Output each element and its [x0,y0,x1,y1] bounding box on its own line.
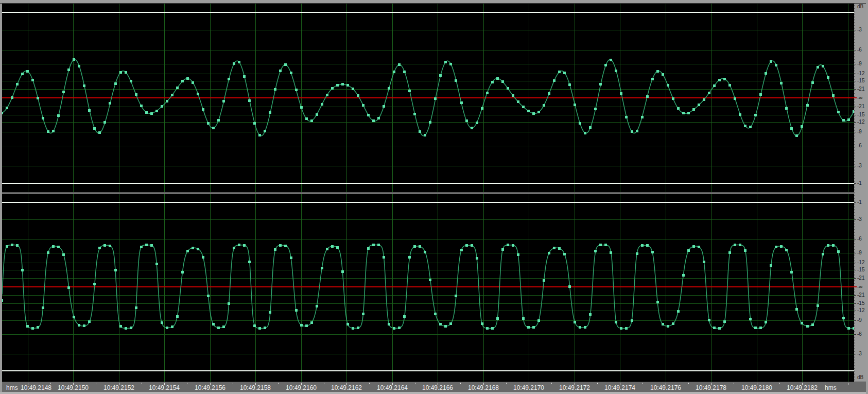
db-tick [854,146,856,146]
waveform-right-channel[interactable] [2,194,854,382]
db-tick-label: -9 [857,129,862,134]
db-tick-label: -9 [857,318,862,323]
db-tick-label: -6 [857,236,862,242]
time-label: 10:49.2162 [326,385,367,391]
level-ruler-unit-bottom: dB [857,375,863,380]
db-tick-label: -6 [857,47,862,53]
time-minor-tick [734,383,734,384]
time-label: 10:49.2166 [417,385,458,391]
time-label: 10:49.2168 [463,385,504,391]
db-tick-label: -12 [857,260,864,265]
level-ruler-minor-ticks [854,4,855,382]
time-label: 10:49.2160 [281,385,322,391]
db-tick [854,239,856,239]
time-minor-tick [643,383,643,384]
time-label: 10:49.2176 [645,385,686,391]
time-label: 10:49.2156 [189,385,231,391]
db-tick [854,166,856,166]
time-label: 10:49.2174 [599,385,640,391]
time-minor-tick [551,383,552,384]
db-tick-infinity [854,286,857,287]
db-tick [854,115,856,115]
time-ruler-hms[interactable]: hms hms 10:49.214810:49.215010:49.215210… [2,382,866,392]
time-label: 10:49.2158 [235,385,276,391]
window-right-border [866,0,868,394]
time-label: 10:49.2164 [372,385,413,391]
db-tick-label: -21 [857,293,864,298]
db-tick-label: -3 [857,27,862,32]
db-tick [854,253,856,253]
db-tick-label: -12 [857,308,864,313]
time-minor-tick [369,383,370,384]
time-minor-tick [96,383,96,384]
time-minor-tick [233,383,233,384]
db-tick [854,107,856,107]
time-minor-tick [278,383,279,384]
level-ruler-unit-top: dB [857,4,863,9]
db-tick-label: -15 [857,267,864,272]
db-tick-label: -15 [857,301,864,306]
db-tick [854,64,856,64]
time-label: 10:49.2172 [554,385,595,391]
time-minor-tick [597,383,598,384]
db-tick [854,311,856,311]
db-tick-label: -9 [857,61,862,66]
db-tick [854,303,856,304]
db-tick-label: -1 [857,200,862,205]
db-tick-label: -12 [857,71,864,76]
time-label: 10:49.2148 [15,385,57,391]
time-minor-tick [324,383,324,384]
db-tick-label: -6 [857,143,862,148]
db-tick [854,334,856,335]
time-minor-tick [142,383,142,384]
time-minor-tick [460,383,461,384]
db-tick-label: -∞ [857,95,862,100]
time-label: 10:49.2170 [508,385,549,391]
db-tick-label: -9 [857,250,862,255]
db-tick-label: -3 [857,217,862,222]
db-tick-label: -15 [857,78,864,83]
time-label: 10:49.2180 [736,385,777,391]
time-minor-tick [688,383,689,384]
db-tick [854,81,856,81]
db-tick [854,183,856,184]
db-tick [854,270,856,270]
db-tick [854,354,856,354]
audio-editor-data-window: dB dB -3-6-9-12-15-21-∞-1-3-6-9-12-15-21… [0,0,868,394]
time-minor-tick [415,383,415,384]
db-tick-label: -3 [857,163,862,168]
time-minor-tick [506,383,507,384]
db-tick-label: -6 [857,332,862,337]
db-tick [854,50,856,50]
db-tick [854,122,856,123]
time-minor-tick [825,383,825,384]
db-tick-label: -21 [857,276,864,281]
db-tick [854,74,856,74]
time-label: 10:49.2150 [53,385,94,391]
window-bottom-border [0,392,868,394]
db-tick [854,263,856,263]
time-minor-tick [187,383,187,384]
time-label: 10:49.2154 [144,385,185,391]
level-ruler-db[interactable]: dB dB -3-6-9-12-15-21-∞-1-3-6-9-12-15-21… [854,4,866,382]
db-tick [854,278,856,279]
db-tick [854,30,856,30]
time-label: 10:49.2152 [98,385,140,391]
waveform-left-channel[interactable] [2,4,854,192]
time-major-tick [848,383,848,385]
time-label: 10:49.2182 [782,385,823,391]
time-minor-tick [779,383,780,384]
db-tick [854,320,856,321]
db-tick [854,295,856,296]
db-tick-label: -12 [857,119,864,125]
db-tick-label: -15 [857,112,864,117]
db-tick-label: -3 [857,351,862,356]
db-tick-label: -1 [857,181,862,186]
time-ruler-unit-right: hms [825,385,837,391]
time-label: 10:49.2178 [690,385,732,391]
db-tick [854,202,856,203]
db-tick-label: -21 [857,87,864,92]
db-tick [854,219,856,220]
db-tick [854,132,856,132]
db-tick-infinity [854,97,857,98]
